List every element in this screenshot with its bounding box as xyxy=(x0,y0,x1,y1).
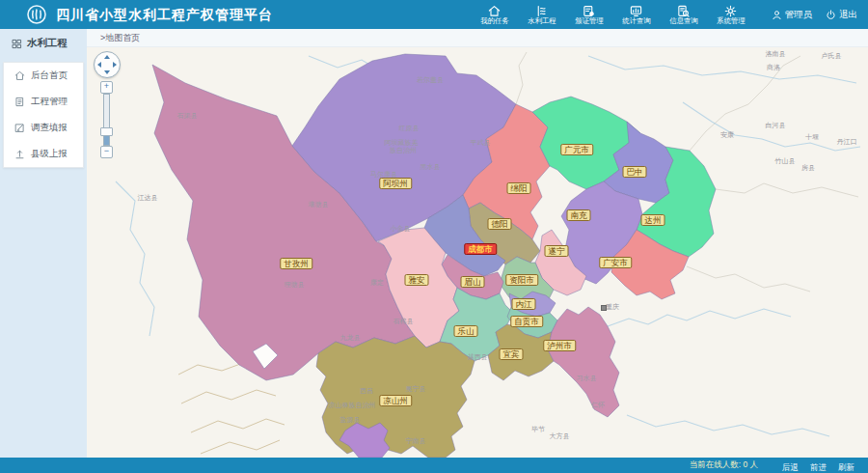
gear-icon xyxy=(724,5,737,17)
pan-down-icon[interactable] xyxy=(104,70,110,74)
nav-item-label: 系统管理 xyxy=(717,17,745,24)
map-region-label-aba[interactable]: 阿坝州 xyxy=(379,178,412,189)
map-background-label: 竹山县 xyxy=(775,156,796,166)
map-region-label-guangyuan[interactable]: 广元市 xyxy=(560,144,593,155)
map-background-label: 族自治州 xyxy=(390,146,417,155)
nav-item-label: 统计查询 xyxy=(622,17,650,24)
sidebar-item-后台首页[interactable]: 后台首页 xyxy=(4,63,83,89)
map-background-label: 房县 xyxy=(801,163,815,173)
map-background-label: 重庆 xyxy=(606,302,619,312)
user-menu[interactable]: 管理员 xyxy=(767,9,818,21)
map-background-label: 壤塘县 xyxy=(309,200,329,209)
nav-item-系统管理[interactable]: 系统管理 xyxy=(707,0,754,29)
pan-right-icon[interactable] xyxy=(113,62,117,68)
home-icon xyxy=(488,5,501,17)
zoom-slider[interactable] xyxy=(103,94,110,146)
sidebar: 水利工程 后台首页工程管理调查填报县级上报 xyxy=(0,29,87,458)
map-canvas[interactable]: 洛南县卢氏县商洛安康白河县十堰丹江口竹山县房县重庆习水县仁怀毕节大方县江达县石渠… xyxy=(87,46,868,458)
sidebar-item-label: 县级上报 xyxy=(31,148,68,160)
map-region-label-zigong[interactable]: 自贡市 xyxy=(510,316,543,327)
status-bar: 当前在线人数: 0 人 后退前进刷新 xyxy=(0,458,868,473)
map-background-label: 理塘县 xyxy=(285,280,305,290)
map-region-label-dazhou[interactable]: 达州 xyxy=(641,214,665,226)
nav-item-label: 颁证管理 xyxy=(575,17,603,24)
map-region-label-guangan[interactable]: 广安市 xyxy=(599,257,632,268)
water-authority-logo xyxy=(26,4,47,25)
map-background-label: 十堰 xyxy=(805,132,819,142)
map-pan-control[interactable] xyxy=(94,51,121,78)
pan-up-icon[interactable] xyxy=(104,55,110,59)
map-region-label-leshan[interactable]: 乐山 xyxy=(454,325,478,337)
map-background-label: 九龙县 xyxy=(340,333,361,343)
user-name: 管理员 xyxy=(785,9,813,21)
status-link-后退[interactable]: 后退 xyxy=(782,462,799,472)
status-link-前进[interactable]: 前进 xyxy=(810,462,827,472)
breadcrumb: >地图首页 xyxy=(87,29,868,44)
map-background-label: 西昌 xyxy=(360,386,373,396)
sidebar-item-label: 工程管理 xyxy=(31,96,68,108)
map-background-label: 商洛 xyxy=(767,63,780,72)
nav-item-水利工程[interactable]: 水利工程 xyxy=(518,0,565,29)
power-icon xyxy=(826,10,836,20)
map-region-label-bazhong[interactable]: 巴中 xyxy=(623,166,647,178)
logout-label: 退出 xyxy=(839,9,857,21)
sidebar-item-label: 调查填报 xyxy=(31,122,68,134)
user-area: 管理员 退出 xyxy=(767,0,863,29)
map-region-label-liangshan[interactable]: 凉山州 xyxy=(379,395,412,406)
zoom-out-button[interactable]: − xyxy=(100,146,113,158)
sidebar-item-工程管理[interactable]: 工程管理 xyxy=(4,89,83,115)
map-region-label-nanchong[interactable]: 南充 xyxy=(567,209,591,221)
map-background-label: 小金县 xyxy=(391,224,411,234)
nav-item-我的任务[interactable]: 我的任务 xyxy=(471,0,518,29)
zoom-in-button[interactable]: + xyxy=(100,81,113,94)
map-region-label-suining[interactable]: 遂宁 xyxy=(545,245,569,257)
map-background-label: 若尔盖县 xyxy=(417,75,444,85)
logout-button[interactable]: 退出 xyxy=(821,9,862,21)
nav-item-label: 我的任务 xyxy=(480,17,508,24)
map-background-label: 平武县 xyxy=(471,138,491,148)
map-background-label: 黑水县 xyxy=(420,162,441,172)
zoom-slider-handle[interactable] xyxy=(100,127,113,136)
sidebar-item-调查填报[interactable]: 调查填报 xyxy=(4,115,83,141)
water-project-icon xyxy=(535,5,548,17)
map-region-label-yaan[interactable]: 雅安 xyxy=(405,274,429,286)
map-region-label-deyang[interactable]: 德阳 xyxy=(488,218,512,230)
info-search-icon xyxy=(677,5,690,17)
sidebar-header: 水利工程 xyxy=(0,29,87,58)
pan-left-icon[interactable] xyxy=(97,62,101,68)
map-region-luzhou[interactable] xyxy=(548,307,619,417)
map-region-label-ganzi[interactable]: 甘孜州 xyxy=(280,258,312,269)
page-title: 四川省小型水利工程产权管理平台 xyxy=(56,7,273,24)
certificate-icon xyxy=(583,5,595,17)
breadcrumb-bar: >地图首页 xyxy=(87,29,868,47)
online-count: 当前在线人数: 0 人 xyxy=(690,459,758,471)
nav-item-颁证管理[interactable]: 颁证管理 xyxy=(565,0,612,29)
home-outline-icon xyxy=(14,70,25,81)
map-background-label: 红原县 xyxy=(399,124,420,133)
map-background-label: 宁南县 xyxy=(406,436,426,446)
top-header: 四川省小型水利工程产权管理平台 我的任务水利工程颁证管理统计查询信息查询系统管理… xyxy=(0,0,868,29)
document-icon xyxy=(14,97,25,107)
map-background-label: 毕节 xyxy=(531,425,545,434)
map-background-label: 石渠县 xyxy=(177,111,198,121)
status-link-刷新[interactable]: 刷新 xyxy=(838,462,854,472)
map-background-label: 盐源县 xyxy=(340,415,361,425)
map-background-label: 凉山彝族自治州 xyxy=(329,401,376,410)
map-background-label: 白河县 xyxy=(766,121,786,130)
statistics-icon xyxy=(630,5,642,17)
nav-item-统计查询[interactable]: 统计查询 xyxy=(612,0,660,29)
edit-icon xyxy=(14,123,25,133)
map-region-label-luzhou[interactable]: 泸州市 xyxy=(543,340,576,351)
map-region-label-neijiang[interactable]: 内江 xyxy=(512,298,536,310)
map-region-label-meishan[interactable]: 眉山 xyxy=(461,276,485,288)
user-icon xyxy=(772,10,782,20)
map-background-label: 洛南县 xyxy=(766,49,786,59)
map-region-label-ziyang[interactable]: 资阳市 xyxy=(505,274,538,286)
nav-item-信息查询[interactable]: 信息查询 xyxy=(660,0,707,29)
map-region-label-mianyang[interactable]: 绵阳 xyxy=(507,182,531,194)
map-region-label-chengdu[interactable]: 成都市 xyxy=(464,243,497,255)
sidebar-item-县级上报[interactable]: 县级上报 xyxy=(4,141,83,167)
grid-icon xyxy=(12,39,22,49)
map-region-label-yibin[interactable]: 宜宾 xyxy=(500,348,524,360)
map-background-label: 习水县 xyxy=(577,374,597,383)
